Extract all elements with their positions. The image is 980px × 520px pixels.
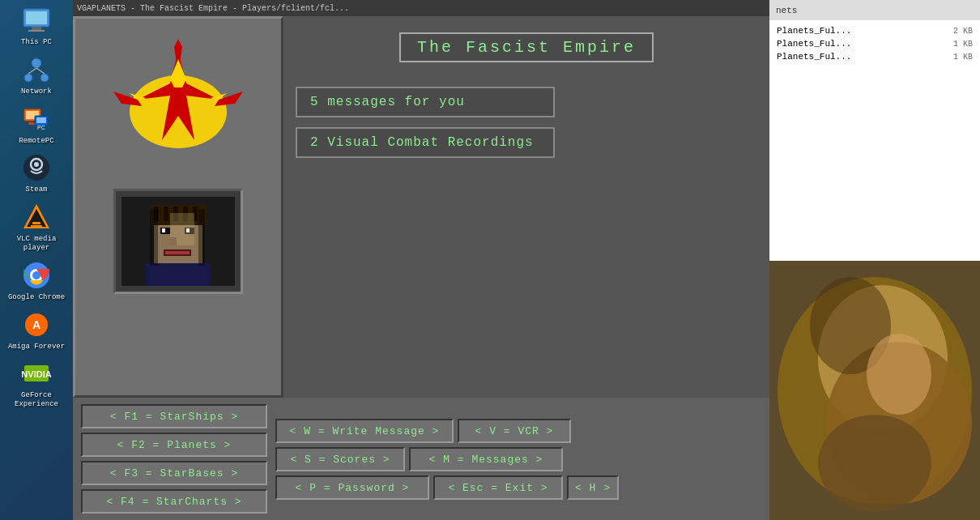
messages-label: 5 messages for you [310, 95, 465, 109]
empire-logo [97, 27, 259, 173]
f3-starbases-button[interactable]: < F3 = StarBases > [81, 461, 267, 485]
file-list: Planets_Ful... 2 KB Planets_Ful... 1 KB … [769, 20, 980, 261]
svg-rect-2 [32, 27, 41, 30]
vcr-label: 2 Visual Combat Recordings [310, 135, 534, 150]
right-sidebar: nets Planets_Ful... 2 KB Planets_Ful... … [769, 0, 980, 520]
game-title-area: The Fascist Empire [296, 32, 757, 62]
empire-title: The Fascist Empire [417, 38, 636, 57]
desktop-icon-thispc[interactable]: This PC [7, 4, 66, 47]
file-item-2[interactable]: Planets_Ful... 1 KB [773, 37, 976, 50]
dog-photo [769, 261, 980, 520]
nvidia-icon: NVIDIA [20, 357, 53, 390]
svg-point-24 [32, 271, 40, 279]
network-icon [20, 53, 53, 86]
desktop-icon-amiga[interactable]: A Amiga Forever [7, 309, 66, 352]
game-window: VGAPLANETS - The Fascist Empire - Player… [73, 0, 769, 520]
write-message-button[interactable]: < W = Write Message > [275, 419, 454, 443]
character-portrait [121, 197, 235, 286]
svg-point-4 [32, 58, 41, 68]
file-size-1: 2 KB [953, 27, 973, 36]
file-explorer-title: nets [776, 6, 797, 15]
remotepc-icon: PC [20, 103, 53, 135]
row3-buttons: < P = Password > < Esc = Exit > < H > [275, 475, 619, 500]
svg-text:PC: PC [37, 125, 45, 130]
button-bar: < F1 = StarShips > < F2 = Planets > < F3… [73, 398, 769, 520]
messages-button[interactable]: 5 messages for you [296, 87, 555, 117]
file-name-2: Planets_Ful... [777, 39, 851, 49]
desktop-icon-chrome[interactable]: Google Chrome [7, 259, 66, 302]
amiga-icon: A [20, 309, 53, 341]
f4-starcharts-button[interactable]: < F4 = StarCharts > [81, 489, 267, 514]
file-size-3: 1 KB [953, 53, 973, 62]
svg-text:NVIDIA: NVIDIA [22, 369, 51, 379]
portrait-frame [113, 189, 243, 294]
title-box: The Fascist Empire [399, 32, 654, 62]
row1-buttons: < W = Write Message > < V = VCR > [275, 419, 619, 443]
vcr-action-button[interactable]: < V = VCR > [458, 419, 571, 443]
title-bar-text: VGAPLANETS - The Fascist Empire - Player… [77, 4, 349, 13]
svg-rect-20 [32, 222, 40, 224]
svg-rect-13 [36, 117, 46, 123]
thispc-label: This PC [21, 38, 52, 47]
f1-starships-button[interactable]: < F1 = StarShips > [81, 404, 267, 428]
chrome-label: Google Chrome [8, 293, 65, 302]
svg-rect-3 [28, 30, 45, 32]
exit-button[interactable]: < Esc = Exit > [433, 475, 563, 500]
file-name-1: Planets_Ful... [777, 26, 851, 36]
svg-point-36 [818, 415, 931, 512]
file-name-3: Planets_Ful... [777, 52, 851, 62]
svg-point-35 [867, 334, 931, 415]
file-explorer-header: nets [769, 0, 980, 20]
file-item-3[interactable]: Planets_Ful... 1 KB [773, 50, 976, 63]
svg-point-5 [24, 74, 32, 82]
nvidia-label: GeForce Experience [7, 391, 66, 409]
main-area: The Fascist Empire 5 messages for you 2 … [283, 16, 769, 398]
messages-action-button[interactable]: < M = Messages > [409, 447, 563, 471]
vlc-label: VLC media player [7, 235, 66, 253]
file-item-1[interactable]: Planets_Ful... 2 KB [773, 24, 976, 37]
klingon-symbol [105, 35, 251, 164]
desktop-icon-vlc[interactable]: VLC media player [7, 201, 66, 253]
desktop-icon-network[interactable]: Network [7, 53, 66, 96]
left-panel [73, 16, 283, 398]
dog-photo-area [769, 261, 980, 520]
network-label: Network [21, 87, 52, 96]
thispc-icon [20, 4, 53, 36]
vcr-button[interactable]: 2 Visual Combat Recordings [296, 127, 555, 158]
svg-rect-1 [26, 11, 47, 24]
game-content: The Fascist Empire 5 messages for you 2 … [73, 16, 769, 398]
file-size-2: 1 KB [953, 40, 973, 49]
right-buttons: < W = Write Message > < V = VCR > < S = … [275, 419, 619, 500]
scores-button[interactable]: < S = Scores > [275, 447, 405, 471]
desktop-icon-remotepc[interactable]: PC RemotePC [7, 103, 66, 146]
steam-label: Steam [25, 185, 47, 194]
svg-point-17 [34, 162, 39, 167]
desktop-sidebar: This PC Network PC RemotePC [0, 0, 73, 520]
desktop-icon-steam[interactable]: Steam [7, 151, 66, 194]
steam-icon [20, 151, 53, 184]
svg-line-8 [36, 68, 45, 74]
title-bar: VGAPLANETS - The Fascist Empire - Player… [73, 0, 769, 16]
row2-buttons: < S = Scores > < M = Messages > [275, 447, 619, 471]
h-button[interactable]: < H > [567, 475, 619, 500]
vlc-icon [20, 201, 53, 233]
f2-planets-button[interactable]: < F2 = Planets > [81, 433, 267, 457]
left-buttons: < F1 = StarShips > < F2 = Planets > < F3… [81, 404, 267, 514]
chrome-icon [20, 259, 53, 292]
svg-text:A: A [32, 318, 40, 331]
svg-point-6 [40, 74, 49, 82]
desktop-icon-nvidia[interactable]: NVIDIA GeForce Experience [7, 357, 66, 409]
svg-line-7 [28, 68, 36, 74]
amiga-label: Amiga Forever [8, 343, 65, 352]
password-button[interactable]: < P = Password > [275, 475, 429, 500]
remotepc-label: RemotePC [19, 137, 53, 146]
svg-rect-21 [31, 225, 42, 228]
